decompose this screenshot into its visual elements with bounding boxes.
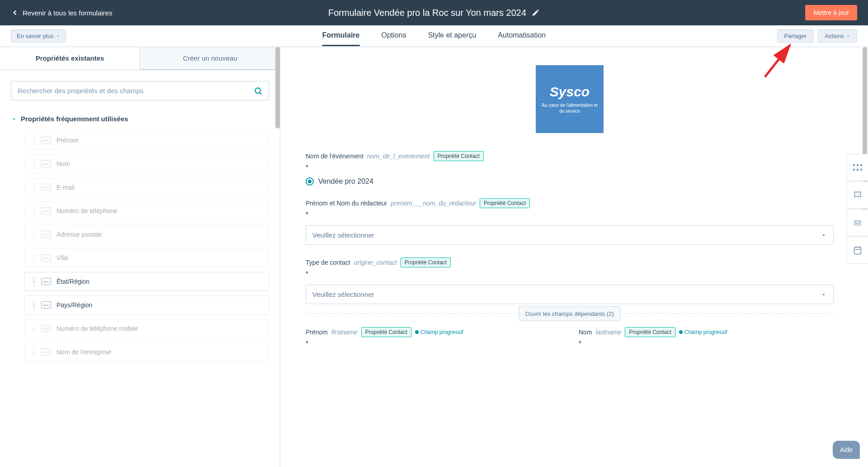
text-field-icon: abc: [41, 301, 51, 309]
rail-inbox-icon[interactable]: [846, 209, 868, 236]
property-badge: Propriété Contact: [434, 151, 484, 161]
main-tabs: Formulaire Options Style et aperçu Autom…: [322, 26, 546, 46]
property-label: Adresse postale: [57, 231, 102, 238]
svg-line-1: [260, 92, 262, 94]
rail-chat-icon[interactable]: [846, 181, 868, 209]
back-to-forms-link[interactable]: Revenir à tous les formulaires: [11, 9, 112, 17]
search-wrap: [11, 81, 269, 100]
field-api-name: origine_contact: [354, 259, 397, 266]
drag-handle-icon: [31, 231, 36, 238]
rail-calendar-icon[interactable]: [846, 237, 868, 264]
field-api-name: lastname: [596, 329, 622, 336]
two-column-row: Prénom firstname Propriété Contact Champ…: [306, 327, 834, 361]
property-badge: Propriété Contact: [401, 257, 451, 267]
side-rail: [846, 154, 868, 264]
svg-point-8: [855, 194, 856, 195]
field-label: Nom: [579, 329, 592, 336]
drag-handle-icon: [31, 184, 36, 191]
property-label: État/Région: [57, 278, 90, 285]
property-item[interactable]: abc État/Région: [24, 272, 269, 291]
contact-type-select[interactable]: Veuillez sélectionner: [306, 285, 834, 304]
pencil-icon[interactable]: [532, 9, 540, 17]
share-button[interactable]: Partager: [777, 29, 813, 43]
select-placeholder: Veuillez sélectionner: [312, 231, 374, 239]
search-icon[interactable]: [254, 86, 263, 95]
field-contact-type[interactable]: Type de contact origine_contact Propriét…: [306, 257, 834, 314]
field-label: Type de contact: [306, 259, 350, 266]
form-title-container: Formulaire Vendée pro la Roc sur Yon mar…: [328, 8, 540, 18]
section-title: Propriétés fréquemment utilisées: [21, 115, 128, 123]
rail-grid-icon[interactable]: [846, 154, 868, 181]
property-item: abc Nom: [24, 154, 269, 173]
tab-options[interactable]: Options: [381, 26, 406, 46]
required-asterisk: *: [579, 340, 834, 348]
chevron-down-icon: [11, 116, 17, 122]
left-panel-body: Propriétés fréquemment utilisées abc Pré…: [0, 70, 280, 372]
progressive-label: Champ progressif: [420, 329, 463, 335]
search-input[interactable]: [11, 81, 269, 100]
open-dependent-fields-button[interactable]: Ouvrir les champs dépendants (2): [519, 306, 621, 321]
field-label: Prénom: [306, 329, 328, 336]
svg-point-0: [255, 88, 260, 93]
tab-existing-properties[interactable]: Propriétés existantes: [0, 47, 140, 70]
field-label-row: Prénom firstname Propriété Contact Champ…: [306, 327, 561, 337]
panel-tabs: Propriétés existantes Créer un nouveau: [0, 47, 280, 70]
radio-option[interactable]: Vendée pro 2024: [306, 177, 834, 186]
text-field-icon: abc: [41, 207, 51, 214]
property-label: Prénom: [57, 137, 79, 144]
help-button[interactable]: Aide: [833, 441, 860, 459]
form-canvas-panel: Sysco Au cœur de l'alimentation et du se…: [280, 47, 868, 467]
property-item: abc Nom de l'entreprise: [24, 343, 269, 362]
tab-automation[interactable]: Automatisation: [498, 26, 546, 46]
property-label: Pays/Région: [57, 301, 92, 309]
learn-more-label: En savoir plus: [17, 33, 54, 39]
text-field-icon: abc: [41, 254, 51, 262]
tab-create-new[interactable]: Créer un nouveau: [140, 47, 280, 70]
required-asterisk: *: [306, 340, 561, 348]
frequently-used-section-header[interactable]: Propriétés fréquemment utilisées: [11, 115, 269, 123]
learn-more-button[interactable]: En savoir plus: [11, 29, 66, 43]
dot-icon: [679, 330, 683, 334]
field-label-row: Prénom et Nom du rédacteur prenom___nom_…: [306, 198, 834, 208]
drag-handle-icon: [31, 325, 36, 332]
field-api-name: prenom___nom_du_redacteur: [391, 200, 476, 207]
sub-navigation: En savoir plus Formulaire Options Style …: [0, 25, 868, 47]
required-asterisk: *: [306, 211, 834, 219]
scrollbar-thumb[interactable]: [275, 47, 280, 129]
progressive-label: Champ progressif: [684, 329, 727, 335]
property-item: abc E-mail: [24, 178, 269, 197]
text-field-icon: abc: [41, 278, 51, 285]
property-badge: Propriété Contact: [361, 327, 411, 337]
radio-label: Vendée pro 2024: [318, 177, 373, 186]
right-actions: Partager Actions: [777, 29, 857, 43]
tab-formulaire[interactable]: Formulaire: [322, 26, 360, 46]
redactor-select[interactable]: Veuillez sélectionner: [306, 225, 834, 245]
field-lastname[interactable]: Nom lastname Propriété Contact Champ pro…: [579, 327, 834, 348]
property-item: abc Prénom: [24, 131, 269, 150]
field-event-name[interactable]: Nom de l'événement nom_de_l_evenement Pr…: [306, 151, 834, 186]
field-redactor-name[interactable]: Prénom et Nom du rédacteur prenom___nom_…: [306, 198, 834, 245]
field-firstname[interactable]: Prénom firstname Propriété Contact Champ…: [306, 327, 561, 348]
property-label: Ville: [57, 254, 68, 262]
field-label: Prénom et Nom du rédacteur: [306, 200, 387, 207]
svg-point-10: [859, 194, 859, 195]
property-item: abc Numéro de téléphone: [24, 201, 269, 220]
actions-dropdown[interactable]: Actions: [818, 29, 857, 43]
text-field-icon: abc: [41, 231, 51, 238]
property-label: Nom de l'entreprise: [57, 348, 111, 356]
drag-handle-icon: [31, 208, 36, 214]
tab-style-preview[interactable]: Style et aperçu: [428, 26, 476, 46]
required-asterisk: *: [306, 270, 834, 278]
logo-block: Sysco Au cœur de l'alimentation et du se…: [306, 65, 834, 133]
text-field-icon: abc: [41, 184, 51, 191]
required-asterisk: *: [306, 164, 834, 172]
svg-rect-5: [853, 169, 855, 171]
text-field-icon: abc: [41, 137, 51, 144]
update-button[interactable]: Mettre à jour: [805, 5, 857, 20]
svg-rect-12: [854, 247, 861, 254]
field-label-row: Nom de l'événement nom_de_l_evenement Pr…: [306, 151, 834, 161]
topbar: Revenir à tous les formulaires Formulair…: [0, 0, 868, 25]
progressive-badge: Champ progressif: [415, 329, 463, 335]
property-label: Numéro de téléphone mobile: [57, 325, 138, 332]
property-item[interactable]: abc Pays/Région: [24, 295, 269, 315]
